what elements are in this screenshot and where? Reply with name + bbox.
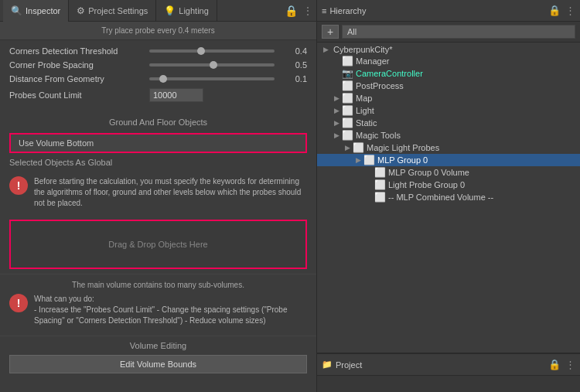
selected-as-global-label: Selected Objects As Global bbox=[0, 156, 316, 170]
main-volume-warning-title: The main volume contains too many sub-vo… bbox=[9, 281, 307, 289]
tab-inspector[interactable]: 🔍 Inspector bbox=[3, 0, 69, 22]
tab-lighting-label: Lighting bbox=[179, 6, 209, 15]
lock-icon[interactable]: 🔒 bbox=[285, 5, 298, 17]
hint-bar: Try place probe every 0.4 meters bbox=[0, 22, 316, 40]
distance-from-geometry-slider-container: 0.1 bbox=[149, 74, 307, 84]
hierarchy-title: ≡ Hierarchy bbox=[322, 6, 548, 15]
warning-text: Before starting the calculation, you mus… bbox=[34, 176, 307, 209]
tree-item-icon: ⬜ bbox=[342, 56, 353, 66]
tree-item-icon: 📷 bbox=[342, 68, 353, 79]
tree-item[interactable]: 📷CameraController bbox=[317, 67, 580, 80]
tree-item-icon: ⬜ bbox=[342, 93, 353, 104]
hierarchy-section: ≡ Hierarchy 🔒 ⋮ + ▶CyberpunkCity*⬜Manage… bbox=[317, 0, 580, 353]
volume-tips-text: - Increase the "Probes Count Limit" - Ch… bbox=[34, 305, 288, 325]
corner-probe-spacing-label: Corner Probe Spacing bbox=[9, 60, 145, 70]
tree-item-label: CameraController bbox=[356, 69, 423, 78]
probes-count-label: Probes Count Limit bbox=[9, 90, 145, 100]
more-icon[interactable]: ⋮ bbox=[302, 5, 313, 17]
settings-icon: ⚙ bbox=[77, 5, 85, 16]
volume-editing-title: Volume Editing bbox=[9, 341, 307, 350]
tree-item-label: Map bbox=[356, 94, 372, 103]
add-hierarchy-button[interactable]: + bbox=[322, 25, 339, 39]
tree-item[interactable]: ⬜Manager bbox=[317, 55, 580, 67]
corner-probe-spacing-thumb bbox=[210, 61, 217, 69]
hierarchy-more-icon[interactable]: ⋮ bbox=[565, 5, 575, 16]
tree-item-icon: ⬜ bbox=[342, 80, 353, 91]
tab-inspector-label: Inspector bbox=[26, 6, 60, 15]
corners-detection-thumb bbox=[197, 47, 205, 55]
tree-arrow: ▶ bbox=[331, 119, 342, 127]
tree-item[interactable]: ⬜-- MLP Combined Volume -- bbox=[317, 191, 580, 203]
hierarchy-lock-icon[interactable]: 🔒 bbox=[548, 5, 561, 16]
tree-item-label: Magic Light Probes bbox=[367, 143, 439, 152]
project-tab-bar: 📁 Project 🔒 ⋮ bbox=[317, 354, 580, 376]
corner-probe-spacing-slider-container: 0.5 bbox=[149, 60, 307, 70]
volume-editing-section: Volume Editing Edit Volume Bounds bbox=[0, 336, 316, 378]
lighting-icon: 💡 bbox=[164, 5, 176, 16]
tree-item[interactable]: ⬜Light Probe Group 0 bbox=[317, 179, 580, 191]
tree-arrow: ▶ bbox=[331, 94, 342, 102]
right-panel: ≡ Hierarchy 🔒 ⋮ + ▶CyberpunkCity*⬜Manage… bbox=[317, 0, 580, 392]
main-volume-warning-icon: ! bbox=[9, 294, 28, 312]
tree-item[interactable]: ▶⬜Light bbox=[317, 104, 580, 117]
corners-detection-label: Corners Detection Threshold bbox=[9, 46, 145, 56]
tab-bar-actions: 🔒 ⋮ bbox=[285, 5, 313, 17]
tree-item-icon: ⬜ bbox=[363, 155, 375, 165]
tree-item-label: MLP Group 0 bbox=[377, 155, 428, 165]
tree-arrow: ▶ bbox=[342, 144, 353, 152]
use-volume-button[interactable]: Use Volume Bottom bbox=[9, 133, 307, 153]
left-panel: 🔍 Inspector ⚙ Project Settings 💡 Lightin… bbox=[0, 0, 317, 392]
tree-item[interactable]: ▶⬜MLP Group 0 bbox=[317, 154, 580, 166]
project-section: 📁 Project 🔒 ⋮ bbox=[317, 353, 580, 392]
tree-item-icon: ⬜ bbox=[353, 142, 364, 153]
tab-project-settings[interactable]: ⚙ Project Settings bbox=[69, 0, 156, 22]
tree-item[interactable]: ▶CyberpunkCity* bbox=[317, 44, 580, 55]
project-title: 📁 Project bbox=[322, 360, 362, 370]
left-content: Try place probe every 0.4 meters Corners… bbox=[0, 22, 316, 392]
tree-arrow: ▶ bbox=[353, 156, 363, 164]
distance-from-geometry-slider[interactable] bbox=[149, 77, 275, 80]
project-actions: 🔒 ⋮ bbox=[548, 359, 575, 370]
probes-count-input[interactable] bbox=[149, 88, 203, 102]
tree-item[interactable]: ▶⬜Map bbox=[317, 92, 580, 104]
tree-item[interactable]: ⬜MLP Group 0 Volume bbox=[317, 166, 580, 179]
main-volume-warning-text: What can you do: - Increase the "Probes … bbox=[34, 294, 307, 326]
tree-arrow: ▶ bbox=[331, 107, 342, 114]
tree-item[interactable]: ▶⬜Magic Light Probes bbox=[317, 141, 580, 154]
project-label: Project bbox=[336, 360, 362, 370]
project-folder-icon: 📁 bbox=[322, 360, 333, 370]
hierarchy-search-input[interactable] bbox=[342, 25, 575, 39]
hierarchy-label: Hierarchy bbox=[329, 6, 366, 15]
main-volume-warning: The main volume contains too many sub-vo… bbox=[0, 274, 316, 332]
project-lock-icon[interactable]: 🔒 bbox=[548, 359, 561, 370]
distance-from-geometry-thumb bbox=[159, 75, 167, 83]
tab-lighting[interactable]: 💡 Lighting bbox=[156, 0, 217, 22]
tree-item-icon: ⬜ bbox=[342, 118, 353, 128]
tab-project-settings-label: Project Settings bbox=[88, 6, 148, 15]
edit-volume-button[interactable]: Edit Volume Bounds bbox=[9, 355, 307, 373]
corners-detection-row: Corners Detection Threshold 0.4 bbox=[9, 46, 307, 56]
tree-item[interactable]: ▶⬜Magic Tools bbox=[317, 129, 580, 141]
tree-item-label: PostProcess bbox=[356, 81, 404, 90]
tree-item[interactable]: ⬜PostProcess bbox=[317, 80, 580, 92]
drop-zone[interactable]: Drag & Drop Objects Here bbox=[9, 220, 307, 269]
tree-item-icon: ⬜ bbox=[374, 179, 386, 190]
distance-from-geometry-label: Distance From Geometry bbox=[9, 74, 145, 84]
corners-detection-slider[interactable] bbox=[149, 49, 275, 53]
tree-item[interactable]: ▶⬜Static bbox=[317, 117, 580, 129]
distance-from-geometry-value: 0.1 bbox=[279, 74, 307, 84]
corner-probe-spacing-slider[interactable] bbox=[149, 63, 275, 66]
tree-arrow: ▶ bbox=[320, 46, 331, 53]
tree-item-label: Light Probe Group 0 bbox=[388, 180, 465, 189]
tree-item-icon: ⬜ bbox=[374, 167, 386, 178]
what-can-you-do-label: What can you do: bbox=[34, 295, 94, 303]
project-more-icon[interactable]: ⋮ bbox=[565, 359, 575, 370]
corner-probe-spacing-row: Corner Probe Spacing 0.5 bbox=[9, 60, 307, 70]
hint-text: Try place probe every 0.4 meters bbox=[101, 26, 214, 35]
tree-item-label: -- MLP Combined Volume -- bbox=[388, 193, 493, 202]
hierarchy-actions: 🔒 ⋮ bbox=[548, 5, 575, 16]
distance-from-geometry-row: Distance From Geometry 0.1 bbox=[9, 74, 307, 84]
tab-bar: 🔍 Inspector ⚙ Project Settings 💡 Lightin… bbox=[0, 0, 316, 22]
tree-item-icon: ⬜ bbox=[374, 192, 386, 203]
corners-detection-value: 0.4 bbox=[279, 46, 307, 56]
